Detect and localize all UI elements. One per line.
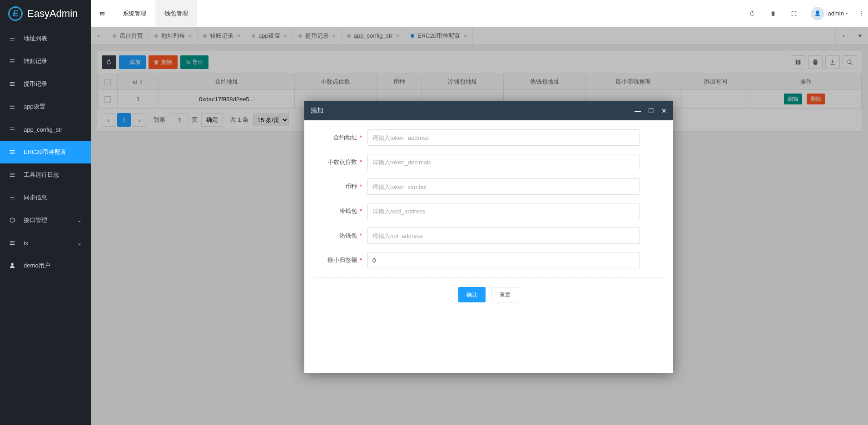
chevron-down-icon: ⌄ <box>77 217 82 223</box>
list-icon <box>9 149 18 155</box>
chevron-down-icon: ⌄ <box>77 240 82 246</box>
logo-icon: E <box>8 6 23 21</box>
sidebar-item-label: 转账记录 <box>24 57 47 65</box>
sidebar-item-1[interactable]: 转账记录 <box>0 50 91 73</box>
sidebar-item-label: 提币记录 <box>24 80 47 88</box>
list-icon <box>9 194 18 201</box>
sidebar-item-label: app设置 <box>24 103 45 111</box>
sidebar-item-6[interactable]: 工具运行日志 <box>0 163 91 186</box>
input-token-symbol[interactable] <box>367 178 640 195</box>
topbar: 系统管理钱包管理 👤 admin ▾ ⋮ <box>91 0 868 27</box>
list-icon <box>9 172 18 178</box>
user-dropdown[interactable]: 👤 admin ▾ <box>804 0 854 27</box>
list-icon <box>9 81 18 87</box>
sidebar-item-label: ERC20币种配置 <box>24 148 66 156</box>
sidebar-item-9[interactable]: tx⌄ <box>0 232 91 254</box>
dialog-close-button[interactable]: ✕ <box>661 107 667 114</box>
list-icon <box>9 58 18 64</box>
sidebar-item-label: 接口管理 <box>24 216 47 224</box>
menu-collapse-icon <box>99 10 105 17</box>
sidebar-item-7[interactable]: 同步信息 <box>0 186 91 209</box>
form-divider <box>315 277 662 278</box>
avatar: 👤 <box>811 7 824 20</box>
sidebar-item-label: demo用户 <box>24 262 50 270</box>
sidebar-item-label: 地址列表 <box>24 35 47 43</box>
top-tab-1[interactable]: 钱包管理 <box>155 0 197 27</box>
expand-icon <box>791 10 797 17</box>
label-token-decimals: 小数点位数 * <box>315 158 367 166</box>
trash-icon <box>770 10 776 17</box>
list-icon <box>9 126 18 133</box>
dialog-confirm-button[interactable]: 确认 <box>458 287 486 302</box>
sidebar-item-3[interactable]: app设置 <box>0 95 91 118</box>
sidebar: E EasyAdmin 地址列表转账记录提币记录app设置app_config_… <box>0 0 91 425</box>
sidebar-item-label: 同步信息 <box>24 193 47 202</box>
input-min-amount[interactable] <box>367 252 640 268</box>
top-tab-0[interactable]: 系统管理 <box>114 0 155 27</box>
list-icon <box>9 104 18 110</box>
user-icon <box>9 262 18 269</box>
list-icon <box>9 35 18 42</box>
label-token-address: 合约地址 * <box>315 133 367 142</box>
list-icon <box>9 240 18 246</box>
sidebar-item-label: tx <box>24 240 28 247</box>
fullscreen-button[interactable] <box>784 0 804 27</box>
input-hot-address[interactable] <box>367 227 640 244</box>
refresh-icon <box>749 10 755 17</box>
caret-down-icon: ▾ <box>846 11 848 16</box>
label-min-amount: 最小归整额 * <box>315 256 367 264</box>
input-cold-address[interactable] <box>367 203 640 219</box>
dialog-body: 合约地址 * 小数点位数 * 币种 * 冷钱包 * 热钱包 * 最小归整额 * <box>304 120 673 373</box>
menu-toggle-button[interactable] <box>91 0 114 27</box>
sidebar-item-5[interactable]: ERC20币种配置 <box>0 141 91 163</box>
dialog-minimize-button[interactable]: — <box>635 107 641 114</box>
username: admin <box>828 10 844 17</box>
label-cold-address: 冷钱包 * <box>315 207 367 215</box>
input-token-address[interactable] <box>367 129 640 146</box>
sidebar-menu: 地址列表转账记录提币记录app设置app_config_strERC20币种配置… <box>0 27 91 425</box>
sidebar-item-0[interactable]: 地址列表 <box>0 27 91 50</box>
sidebar-item-label: 工具运行日志 <box>24 171 59 179</box>
dialog-title: 添加 <box>311 107 323 115</box>
refresh-button[interactable] <box>742 0 763 27</box>
sidebar-item-2[interactable]: 提币记录 <box>0 73 91 95</box>
sidebar-item-4[interactable]: app_config_str <box>0 118 91 141</box>
sidebar-item-10[interactable]: demo用户 <box>0 254 91 277</box>
sidebar-item-label: app_config_str <box>24 126 62 133</box>
dialog-header[interactable]: 添加 — ☐ ✕ <box>304 101 673 120</box>
label-hot-address: 热钱包 * <box>315 232 367 240</box>
label-token-symbol: 币种 * <box>315 183 367 191</box>
dialog-reset-button[interactable]: 重置 <box>491 287 519 302</box>
input-token-decimals[interactable] <box>367 154 640 170</box>
brand-text: EasyAdmin <box>27 8 78 20</box>
sidebar-item-8[interactable]: 接口管理⌄ <box>0 209 91 232</box>
cube-icon <box>9 217 18 223</box>
logo[interactable]: E EasyAdmin <box>0 0 91 27</box>
dialog-maximize-button[interactable]: ☐ <box>648 107 654 114</box>
add-dialog: 添加 — ☐ ✕ 合约地址 * 小数点位数 * 币种 * 冷钱包 * <box>304 101 673 373</box>
delete-top-button[interactable] <box>763 0 784 27</box>
more-button[interactable]: ⋮ <box>854 10 868 17</box>
